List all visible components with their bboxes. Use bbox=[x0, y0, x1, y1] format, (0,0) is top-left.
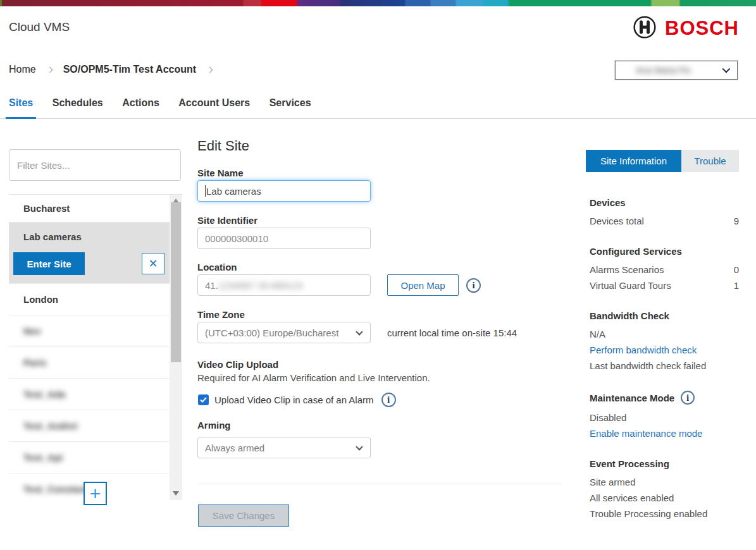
site-list-scrollbar[interactable] bbox=[170, 195, 182, 500]
site-list: Bucharest Lab cameras Enter Site ✕ Londo… bbox=[9, 194, 182, 500]
site-list-item[interactable]: London bbox=[9, 284, 170, 315]
close-icon: ✕ bbox=[148, 257, 158, 271]
edit-site-form: Edit Site Site Name Lab cameras Site Ide… bbox=[197, 138, 562, 154]
perform-bandwidth-check-link[interactable]: Perform bandwidth check bbox=[590, 342, 739, 358]
enable-maintenance-mode-link[interactable]: Enable maintenance mode bbox=[590, 425, 739, 441]
tab-actions[interactable]: Actions bbox=[119, 95, 163, 117]
maintenance-info-icon[interactable]: i bbox=[681, 391, 695, 405]
event-processing-line: Trouble Processing enabled bbox=[590, 506, 739, 522]
site-identifier-value: 000000300010 bbox=[205, 233, 268, 244]
devices-total-value: 9 bbox=[734, 213, 739, 229]
breadcrumb: Home SO/OPM5-Tim Test Account bbox=[9, 64, 223, 75]
tab-trouble[interactable]: Trouble bbox=[681, 150, 739, 172]
devices-section: Devices Devices total 9 bbox=[590, 197, 739, 229]
site-list-item[interactable]: Paris bbox=[9, 347, 170, 379]
chevron-down-icon bbox=[356, 443, 363, 450]
video-clip-description: Required for AI Alarm Verification and L… bbox=[197, 372, 430, 383]
alarms-scenarios-label: Alarms Scenarios bbox=[590, 262, 664, 278]
chevron-right-icon bbox=[207, 66, 213, 73]
time-zone-field-label: Time Zone bbox=[197, 309, 245, 320]
devices-total-label: Devices total bbox=[590, 213, 644, 229]
main-tab-bar: Sites Schedules Actions Account Users Se… bbox=[0, 95, 756, 119]
scroll-down-icon[interactable] bbox=[173, 491, 179, 496]
site-name-label: Bucharest bbox=[23, 203, 70, 214]
devices-total-row: Devices total 9 bbox=[590, 213, 739, 229]
upload-video-clip-checkbox[interactable] bbox=[198, 394, 209, 405]
save-changes-button[interactable]: Save Changes bbox=[198, 504, 289, 527]
site-name-label-redacted: Test_Ada bbox=[23, 389, 65, 400]
alarms-scenarios-row: Alarms Scenarios 0 bbox=[590, 262, 739, 278]
location-input[interactable]: 41. 1234567 26.689123 bbox=[197, 274, 371, 296]
event-processing-heading: Event Processing bbox=[590, 458, 739, 469]
site-list-item[interactable]: Nev bbox=[9, 315, 170, 347]
arming-value: Always armed bbox=[205, 443, 264, 453]
arming-select[interactable]: Always armed bbox=[197, 437, 371, 458]
upload-video-clip-label: Upload Video Clip in case of an Alarm bbox=[214, 394, 374, 405]
bandwidth-note: Last bandwidth check failed bbox=[590, 358, 739, 374]
tab-account-users[interactable]: Account Users bbox=[175, 95, 253, 117]
location-info-icon[interactable]: i bbox=[466, 278, 481, 293]
site-name-label: London bbox=[23, 294, 58, 305]
filter-sites-input[interactable] bbox=[9, 149, 181, 181]
user-dropdown-value: Ana Maria Fin bbox=[636, 65, 691, 75]
info-panel-tab-bar: Site Information Trouble bbox=[586, 150, 739, 172]
maintenance-mode-heading: Maintenance Mode i bbox=[590, 391, 739, 405]
time-zone-value: (UTC+03:00) Europe/Bucharest bbox=[205, 327, 338, 338]
maintenance-mode-heading-text: Maintenance Mode bbox=[590, 393, 674, 403]
site-list-item[interactable]: Test_Api bbox=[9, 442, 170, 474]
event-processing-line: Site armed bbox=[590, 474, 739, 490]
chevron-down-icon bbox=[722, 65, 731, 73]
location-value-visible: 41. bbox=[205, 280, 218, 291]
site-list-item-selected[interactable]: Lab cameras Enter Site ✕ bbox=[9, 223, 170, 284]
tab-site-information[interactable]: Site Information bbox=[586, 150, 681, 172]
sites-sidebar: Bucharest Lab cameras Enter Site ✕ Londo… bbox=[9, 149, 182, 500]
event-processing-section: Event Processing Site armed All services… bbox=[590, 458, 739, 522]
site-name-value: Lab cameras bbox=[206, 186, 261, 197]
virtual-guard-tours-value: 1 bbox=[734, 278, 739, 293]
maintenance-mode-section: Maintenance Mode i Disabled Enable maint… bbox=[590, 391, 739, 441]
event-processing-line: All services enabled bbox=[590, 490, 739, 506]
bosch-logo: BOSCH bbox=[633, 15, 739, 42]
open-map-button[interactable]: Open Map bbox=[387, 274, 459, 296]
site-name-label-redacted: Test_Andrei bbox=[23, 420, 78, 431]
maintenance-status: Disabled bbox=[590, 410, 739, 425]
virtual-guard-tours-row: Virtual Guard Tours 1 bbox=[590, 278, 739, 293]
tab-sites[interactable]: Sites bbox=[6, 95, 36, 119]
site-name-input[interactable]: Lab cameras bbox=[197, 180, 371, 202]
arming-field-label: Arming bbox=[197, 420, 231, 431]
bandwidth-status: N/A bbox=[590, 326, 739, 342]
text-caret bbox=[205, 185, 206, 197]
devices-heading: Devices bbox=[590, 197, 739, 208]
tab-services[interactable]: Services bbox=[266, 95, 314, 117]
tab-schedules[interactable]: Schedules bbox=[49, 95, 106, 117]
site-list-item[interactable]: Test_Ada bbox=[9, 379, 170, 410]
location-value-redacted: 1234567 26.689123 bbox=[218, 280, 302, 291]
site-list-item[interactable]: Test_Andrei bbox=[9, 410, 170, 442]
site-identifier-input: 000000300010 bbox=[197, 228, 371, 249]
site-identifier-field-label: Site Identifier bbox=[197, 215, 257, 226]
bandwidth-check-section: Bandwidth Check N/A Perform bandwidth ch… bbox=[590, 310, 739, 374]
breadcrumb-account[interactable]: SO/OPM5-Tim Test Account bbox=[63, 64, 196, 75]
plus-icon: + bbox=[90, 484, 101, 503]
deselect-site-button[interactable]: ✕ bbox=[142, 253, 164, 274]
site-list-item[interactable]: Bucharest bbox=[9, 195, 170, 223]
enter-site-button[interactable]: Enter Site bbox=[13, 252, 85, 275]
alarms-scenarios-value: 0 bbox=[734, 262, 739, 278]
virtual-guard-tours-label: Virtual Guard Tours bbox=[590, 278, 671, 293]
page-title: Edit Site bbox=[197, 138, 562, 154]
scrollbar-thumb[interactable] bbox=[171, 202, 181, 362]
add-site-button[interactable]: + bbox=[84, 482, 107, 505]
breadcrumb-home-link[interactable]: Home bbox=[9, 64, 36, 75]
user-dropdown[interactable]: Ana Maria Fin bbox=[615, 61, 738, 80]
local-time-note: current local time on-site 15:44 bbox=[387, 327, 517, 338]
site-name-label-redacted: Test_Api bbox=[23, 452, 63, 463]
bosch-anchor-icon bbox=[633, 15, 657, 42]
upload-video-clip-row: Upload Video Clip in case of an Alarm i bbox=[198, 393, 396, 407]
bosch-wordmark: BOSCH bbox=[665, 17, 739, 40]
video-clip-info-icon[interactable]: i bbox=[381, 393, 396, 407]
cloud-vms-page: Cloud VMS BOSCH Home SO/OPM5-Tim Test Ac… bbox=[0, 0, 756, 550]
site-name-label-redacted: Paris bbox=[23, 357, 47, 368]
bandwidth-check-heading: Bandwidth Check bbox=[590, 310, 739, 321]
time-zone-select[interactable]: (UTC+03:00) Europe/Bucharest bbox=[197, 322, 371, 343]
info-panel-body: Devices Devices total 9 Configured Servi… bbox=[586, 197, 739, 522]
